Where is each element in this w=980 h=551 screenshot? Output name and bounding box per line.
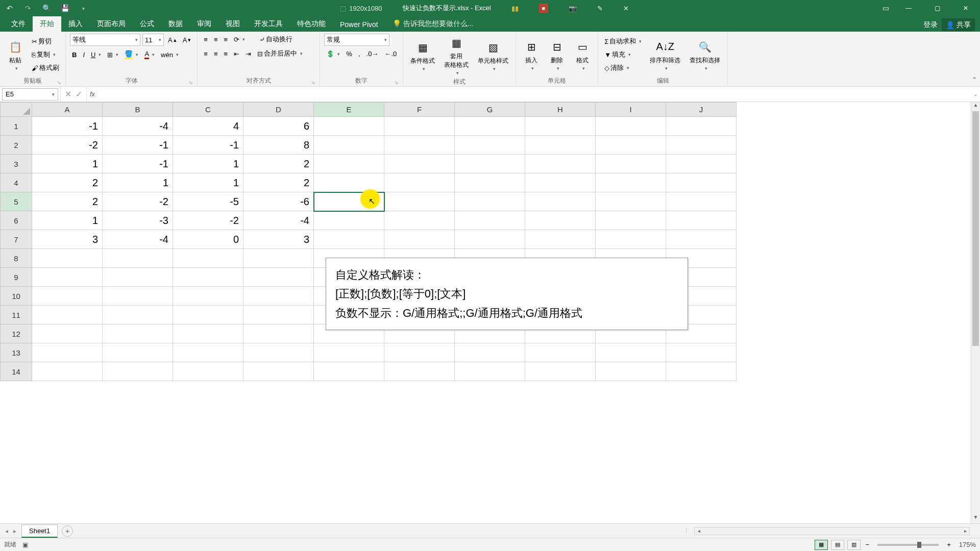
cell-I13[interactable] <box>596 343 666 362</box>
cell-B13[interactable] <box>103 343 173 362</box>
dialog-launcher-icon[interactable]: ⬂ <box>57 80 61 85</box>
copy-button[interactable]: ⎘复制▾ <box>30 49 61 60</box>
tab-special[interactable]: 特色功能 <box>290 16 333 32</box>
cell-J13[interactable] <box>666 343 737 362</box>
conditional-format-button[interactable]: ▦条件格式▾ <box>407 38 438 72</box>
cell-A4[interactable]: 2 <box>32 173 103 192</box>
cell-G7[interactable] <box>455 230 525 249</box>
view-page-layout-button[interactable]: ▤ <box>831 540 844 550</box>
delete-cells-button[interactable]: ⊟删除▾ <box>546 38 568 72</box>
cell-G3[interactable] <box>455 155 525 173</box>
wrap-text-button[interactable]: ⤶自动换行 <box>257 34 295 45</box>
maximize-button[interactable]: ▢ <box>927 0 947 16</box>
col-header-E[interactable]: E <box>314 103 384 117</box>
cell-F4[interactable] <box>384 173 455 192</box>
cell-D7[interactable]: 3 <box>243 230 314 249</box>
close-button[interactable]: ✕ <box>955 0 976 16</box>
zoom-slider[interactable] <box>877 544 939 546</box>
cell-G5[interactable] <box>455 192 525 211</box>
cell-A13[interactable] <box>32 343 103 362</box>
cell-J3[interactable] <box>666 155 737 173</box>
cell-F14[interactable] <box>384 362 455 381</box>
cell-E3[interactable] <box>314 155 384 173</box>
tab-page-layout[interactable]: 页面布局 <box>90 16 133 32</box>
cell-H5[interactable] <box>525 192 596 211</box>
percent-button[interactable]: % <box>344 49 354 59</box>
tab-file[interactable]: 文件 <box>4 16 33 32</box>
tab-formulas[interactable]: 公式 <box>133 16 161 32</box>
horizontal-scrollbar[interactable]: ◂ ▸ <box>694 527 970 535</box>
decrease-decimal-button[interactable]: ←.0 <box>382 49 399 59</box>
row-header-11[interactable]: 11 <box>1 306 32 324</box>
close-rec-icon[interactable]: ✕ <box>623 5 629 12</box>
scroll-thumb[interactable] <box>972 111 979 346</box>
pencil-icon[interactable]: ✎ <box>597 5 603 12</box>
cell-F6[interactable] <box>384 211 455 230</box>
row-header-1[interactable]: 1 <box>1 117 32 136</box>
save-icon[interactable]: 💾 <box>60 4 69 13</box>
font-size-select[interactable]: 11▾ <box>142 34 164 46</box>
cell-F7[interactable] <box>384 230 455 249</box>
cell-F3[interactable] <box>384 155 455 173</box>
insert-cells-button[interactable]: ⊞插入▾ <box>520 38 543 72</box>
scroll-right-icon[interactable]: ▸ <box>961 528 969 534</box>
clear-button[interactable]: ◇ 清除▾ <box>602 62 644 73</box>
cell-H1[interactable] <box>525 117 596 136</box>
minimize-button[interactable]: — <box>898 0 919 16</box>
row-header-14[interactable]: 14 <box>1 362 32 381</box>
cell-G6[interactable] <box>455 211 525 230</box>
cell-B12[interactable] <box>103 324 173 343</box>
row-header-2[interactable]: 2 <box>1 136 32 155</box>
col-header-J[interactable]: J <box>666 103 737 117</box>
share-button[interactable]: 👤共享 <box>942 18 975 32</box>
cell-D10[interactable] <box>243 287 314 306</box>
cell-D5[interactable]: -6 <box>243 192 314 211</box>
cut-button[interactable]: ✂剪切 <box>30 36 61 47</box>
cell-I3[interactable] <box>596 155 666 173</box>
row-header-12[interactable]: 12 <box>1 324 32 343</box>
cell-F2[interactable] <box>384 136 455 155</box>
decrease-indent-button[interactable]: ⇤ <box>232 49 241 59</box>
accept-formula-icon[interactable]: ✓ <box>76 89 82 99</box>
cell-C3[interactable]: 1 <box>173 155 243 173</box>
increase-indent-button[interactable]: ⇥ <box>243 49 253 59</box>
cell-B14[interactable] <box>103 362 173 381</box>
accounting-format-button[interactable]: 💲▾ <box>324 49 342 59</box>
align-left-button[interactable]: ≡ <box>202 49 210 59</box>
ribbon-display-icon[interactable]: ▭ <box>881 4 890 13</box>
cell-C8[interactable] <box>173 249 243 268</box>
cell-A3[interactable]: 1 <box>32 155 103 173</box>
cell-E4[interactable] <box>314 173 384 192</box>
cell-A5[interactable]: 2 <box>32 192 103 211</box>
fill-button[interactable]: ▼ 填充▾ <box>602 49 644 60</box>
cell-B6[interactable]: -3 <box>103 211 173 230</box>
formula-input[interactable] <box>98 88 971 101</box>
cell-H4[interactable] <box>525 173 596 192</box>
cell-C2[interactable]: -1 <box>173 136 243 155</box>
cell-A7[interactable]: 3 <box>32 230 103 249</box>
cell-C5[interactable]: -5 <box>173 192 243 211</box>
collapse-ribbon-icon[interactable]: ⌃ <box>972 76 977 83</box>
cell-J5[interactable] <box>666 192 737 211</box>
tab-home[interactable]: 开始 <box>33 16 61 32</box>
cell-styles-button[interactable]: ▧单元格样式▾ <box>475 38 511 72</box>
cell-G14[interactable] <box>455 362 525 381</box>
cell-J1[interactable] <box>666 117 737 136</box>
tell-me[interactable]: 💡 告诉我您想要做什么... <box>385 16 481 32</box>
cell-C4[interactable]: 1 <box>173 173 243 192</box>
cell-D4[interactable]: 2 <box>243 173 314 192</box>
cell-A10[interactable] <box>32 287 103 306</box>
cell-C13[interactable] <box>173 343 243 362</box>
dialog-launcher-icon[interactable]: ⬂ <box>189 80 193 85</box>
cell-I14[interactable] <box>596 362 666 381</box>
align-top-button[interactable]: ≡ <box>202 35 210 44</box>
cell-F13[interactable] <box>384 343 455 362</box>
cell-I7[interactable] <box>596 230 666 249</box>
cell-A14[interactable] <box>32 362 103 381</box>
font-color-button[interactable]: A▾ <box>142 49 157 60</box>
cell-H2[interactable] <box>525 136 596 155</box>
cell-C14[interactable] <box>173 362 243 381</box>
add-sheet-button[interactable]: + <box>62 525 73 537</box>
tab-review[interactable]: 审阅 <box>190 16 218 32</box>
orientation-button[interactable]: ⟳▾ <box>232 35 247 44</box>
